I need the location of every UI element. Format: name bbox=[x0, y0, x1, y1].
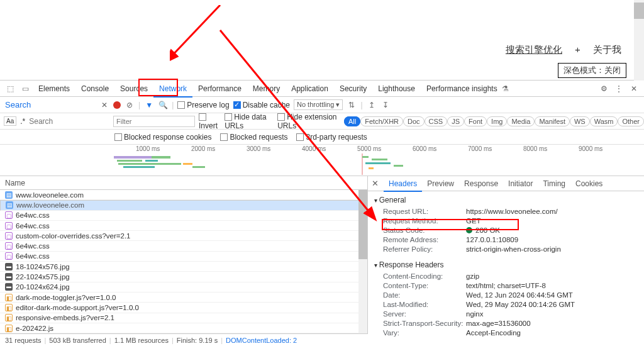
header-row: Content-Type:text/html; charset=UTF-8 bbox=[374, 281, 638, 290]
request-name: 18-1024x576.jpg bbox=[16, 263, 70, 271]
tab-application[interactable]: Application bbox=[286, 81, 334, 96]
request-row[interactable]: ▢6e4wc.css bbox=[0, 241, 367, 251]
close-detail-icon[interactable]: ✕ bbox=[372, 179, 379, 188]
section-response-headers[interactable]: Response Headers bbox=[374, 260, 638, 269]
tab-lighthouse[interactable]: Lighthouse bbox=[372, 81, 421, 96]
dark-mode-toggle[interactable]: 深色模式：关闭 bbox=[558, 63, 626, 78]
detail-tab-preview[interactable]: Preview bbox=[422, 177, 459, 191]
header-row: Last-Modified:Wed, 29 May 2024 00:14:26 … bbox=[374, 299, 638, 309]
request-row[interactable]: ◧editor-dark-mode-support.js?ver=1.0.0 bbox=[0, 303, 367, 313]
settings-icon[interactable]: ⚙ bbox=[599, 84, 609, 93]
svg-rect-3 bbox=[145, 160, 158, 162]
record-icon[interactable] bbox=[113, 101, 121, 109]
request-list: Name ▤www.loveonelee.com▤www.loveonelee.… bbox=[0, 176, 368, 341]
filter-type-other[interactable]: Other bbox=[618, 116, 644, 126]
tab-performance[interactable]: Performance bbox=[192, 81, 247, 96]
filter-type-js[interactable]: JS bbox=[447, 116, 464, 126]
detail-tab-initiator[interactable]: Initiator bbox=[503, 177, 538, 191]
request-row[interactable]: ▤www.loveonelee.com bbox=[0, 190, 367, 200]
blocked-requests-checkbox[interactable]: Blocked requests bbox=[220, 133, 287, 142]
detail-tab-cookies[interactable]: Cookies bbox=[570, 177, 608, 191]
tab-sources[interactable]: Sources bbox=[114, 81, 153, 96]
link-about[interactable]: 关于我 bbox=[593, 44, 621, 55]
filter-type-font[interactable]: Font bbox=[464, 116, 487, 126]
tab-console[interactable]: Console bbox=[75, 81, 114, 96]
tab-performance-insights[interactable]: Performance insights bbox=[421, 81, 503, 96]
close-icon[interactable]: ✕ bbox=[629, 84, 639, 93]
network-timeline[interactable]: 1000 ms2000 ms3000 ms4000 ms5000 ms6000 … bbox=[0, 145, 644, 176]
file-css-icon: ▢ bbox=[5, 252, 13, 260]
page-scrollbar[interactable] bbox=[634, 0, 644, 81]
filter-icon[interactable]: ▼ bbox=[144, 101, 154, 109]
third-party-checkbox[interactable]: 3rd-party requests bbox=[296, 133, 367, 142]
request-row[interactable]: ◧responsive-embeds.js?ver=2.1 bbox=[0, 313, 367, 323]
filter-type-wasm[interactable]: Wasm bbox=[590, 116, 618, 126]
device-icon[interactable]: ▭ bbox=[20, 84, 30, 93]
upload-icon[interactable]: ↥ bbox=[367, 101, 377, 109]
hide-data-urls-checkbox[interactable]: Hide data URLs bbox=[225, 113, 274, 130]
request-name: 6e4wc.css bbox=[16, 252, 50, 260]
list-scrollbar[interactable] bbox=[358, 190, 367, 341]
header-value: max-age=31536000 bbox=[466, 320, 531, 327]
link-seo[interactable]: 搜索引擎优化 bbox=[506, 44, 562, 55]
filter-type-all[interactable]: All bbox=[344, 116, 360, 126]
throttling-select[interactable]: No throttling ▾ bbox=[294, 99, 343, 110]
blocked-cookies-checkbox[interactable]: Blocked response cookies bbox=[114, 133, 211, 142]
request-row[interactable]: ▬18-1024x576.jpg bbox=[0, 262, 367, 272]
section-general[interactable]: General bbox=[374, 196, 638, 204]
filter-input[interactable] bbox=[113, 116, 195, 127]
regex-icon[interactable]: .* bbox=[20, 117, 25, 126]
disable-cache-checkbox[interactable]: Disable cache bbox=[233, 101, 290, 109]
match-case-icon[interactable]: Aa bbox=[4, 116, 16, 126]
request-row[interactable]: ▢custom-color-overrides.css?ver=2.1 bbox=[0, 231, 367, 241]
preserve-log-checkbox[interactable]: Preserve log bbox=[177, 101, 229, 109]
filter-type-media[interactable]: Media bbox=[507, 116, 535, 126]
request-name: custom-color-overrides.css?ver=2.1 bbox=[16, 232, 130, 240]
tab-elements[interactable]: Elements bbox=[33, 81, 75, 96]
detail-tab-timing[interactable]: Timing bbox=[538, 177, 570, 191]
header-row: Content-Encoding:gzip bbox=[374, 271, 638, 281]
header-value: 127.0.0.1:10809 bbox=[466, 236, 518, 243]
header-key: Request URL: bbox=[383, 208, 466, 215]
invert-checkbox[interactable]: Invert bbox=[199, 113, 221, 130]
header-key: Vary: bbox=[383, 329, 466, 337]
tab-network[interactable]: Network bbox=[153, 81, 192, 98]
clear-icon[interactable]: ⊘ bbox=[125, 101, 135, 109]
detail-tab-headers[interactable]: Headers bbox=[384, 177, 422, 192]
plus: + bbox=[575, 44, 580, 55]
download-icon[interactable]: ↧ bbox=[380, 101, 391, 109]
request-row[interactable]: ▤www.loveonelee.com bbox=[0, 200, 367, 210]
status-dot-icon bbox=[466, 227, 472, 233]
request-detail: ✕ HeadersPreviewResponseInitiatorTimingC… bbox=[368, 176, 644, 341]
more-icon[interactable]: ⋮ bbox=[614, 84, 624, 93]
request-row[interactable]: ▬22-1024x575.jpg bbox=[0, 272, 367, 282]
inspect-icon[interactable]: ⬚ bbox=[5, 84, 15, 93]
request-row[interactable]: ▬20-1024x624.jpg bbox=[0, 282, 367, 293]
page-nav: 搜索引擎优化 + 关于我 bbox=[501, 44, 626, 56]
search-icon[interactable]: 🔍 bbox=[158, 101, 168, 109]
hide-ext-urls-checkbox[interactable]: Hide extension URLs bbox=[277, 113, 340, 130]
close-search-icon[interactable]: ✕ bbox=[99, 101, 109, 109]
tab-security[interactable]: Security bbox=[334, 81, 372, 96]
filter-type-manifest[interactable]: Manifest bbox=[535, 116, 570, 126]
wifi-icon[interactable]: ⇅ bbox=[347, 101, 357, 109]
request-row[interactable]: ◧e-202422.js bbox=[0, 323, 367, 333]
search-panel-label[interactable]: Search bbox=[5, 100, 31, 109]
file-html-icon: ▤ bbox=[6, 201, 13, 209]
svg-rect-13 bbox=[369, 167, 374, 169]
filter-type-ws[interactable]: WS bbox=[570, 116, 590, 126]
list-header-name[interactable]: Name bbox=[0, 176, 367, 190]
filter-type-img[interactable]: Img bbox=[487, 116, 507, 126]
request-row[interactable]: ◧dark-mode-toggler.js?ver=1.0.0 bbox=[0, 293, 367, 303]
status-finish: Finish: 9.19 s bbox=[177, 337, 218, 344]
filter-type-doc[interactable]: Doc bbox=[403, 116, 425, 126]
header-value: Wed, 29 May 2024 00:14:26 GMT bbox=[466, 301, 575, 308]
tab-memory[interactable]: Memory bbox=[247, 81, 286, 96]
request-row[interactable]: ▢6e4wc.css bbox=[0, 211, 367, 221]
detail-tab-response[interactable]: Response bbox=[459, 177, 503, 191]
filter-type-fetch-xhr[interactable]: Fetch/XHR bbox=[360, 116, 403, 126]
request-name: 6e4wc.css bbox=[16, 242, 50, 250]
request-row[interactable]: ▢6e4wc.css bbox=[0, 252, 367, 262]
request-row[interactable]: ▢6e4wc.css bbox=[0, 221, 367, 231]
filter-type-css[interactable]: CSS bbox=[425, 116, 448, 126]
